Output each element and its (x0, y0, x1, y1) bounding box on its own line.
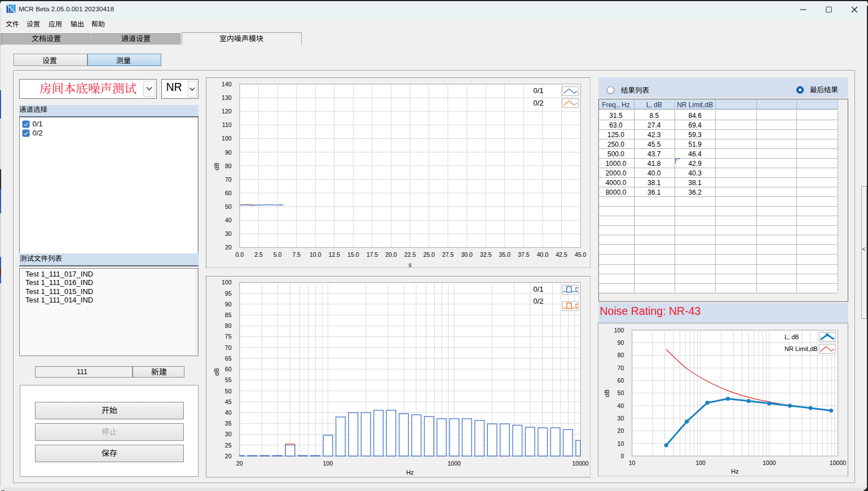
svg-text:45.0: 45.0 (574, 251, 586, 258)
svg-text:70: 70 (224, 176, 231, 183)
svg-text:25.0: 25.0 (423, 251, 435, 258)
svg-text:dB: dB (603, 389, 610, 397)
svg-text:L, dB: L, dB (785, 334, 799, 340)
svg-text:50: 50 (224, 203, 231, 210)
svg-text:20: 20 (236, 459, 243, 466)
svg-text:10000: 10000 (830, 459, 846, 466)
svg-text:40: 40 (224, 217, 231, 223)
svg-text:20: 20 (224, 452, 231, 459)
svg-text:10000: 10000 (572, 459, 588, 466)
svg-text:70: 70 (224, 344, 231, 350)
svg-text:s: s (408, 261, 412, 268)
svg-text:60: 60 (224, 190, 231, 196)
svg-text:dB: dB (213, 368, 220, 375)
svg-text:50: 50 (618, 389, 624, 396)
svg-text:25: 25 (224, 441, 231, 448)
svg-text:35: 35 (224, 420, 231, 427)
svg-text:17.5: 17.5 (366, 251, 378, 258)
svg-text:100: 100 (221, 279, 231, 286)
svg-text:30: 30 (224, 230, 231, 237)
svg-text:10.0: 10.0 (309, 251, 321, 258)
svg-text:2.5: 2.5 (254, 251, 263, 258)
svg-text:22.5: 22.5 (404, 251, 416, 258)
svg-text:NR Limit,dB: NR Limit,dB (785, 345, 818, 352)
svg-text:30.0: 30.0 (461, 251, 473, 258)
svg-text:140: 140 (222, 81, 232, 87)
svg-text:Hz: Hz (731, 468, 738, 475)
svg-text:100: 100 (323, 459, 333, 466)
svg-text:12.5: 12.5 (328, 251, 340, 258)
svg-text:65: 65 (224, 354, 231, 361)
svg-text:5.0: 5.0 (273, 251, 281, 258)
svg-text:0/1: 0/1 (533, 86, 543, 95)
svg-text:95: 95 (224, 290, 231, 296)
svg-text:55: 55 (224, 376, 231, 383)
svg-text:40: 40 (224, 409, 231, 415)
svg-text:45: 45 (224, 398, 231, 405)
svg-text:130: 130 (222, 94, 232, 101)
svg-text:50: 50 (224, 387, 231, 394)
svg-text:0/2: 0/2 (533, 99, 543, 107)
svg-text:10: 10 (629, 459, 636, 466)
svg-text:90: 90 (224, 300, 231, 307)
svg-text:120: 120 (222, 108, 232, 115)
svg-text:80: 80 (618, 352, 624, 358)
svg-text:7.5: 7.5 (292, 251, 301, 258)
svg-text:30: 30 (618, 414, 624, 421)
svg-text:15.0: 15.0 (347, 251, 359, 258)
svg-text:0/1: 0/1 (533, 284, 543, 293)
svg-text:70: 70 (618, 364, 624, 371)
svg-text:32.5: 32.5 (480, 251, 492, 258)
svg-text:37.5: 37.5 (518, 251, 530, 258)
svg-text:0.0: 0.0 (235, 251, 244, 258)
svg-text:30: 30 (224, 431, 231, 437)
svg-text:0: 0 (620, 452, 624, 459)
svg-text:1000: 1000 (763, 459, 776, 466)
svg-text:80: 80 (224, 322, 231, 329)
svg-text:60: 60 (618, 377, 624, 384)
svg-text:90: 90 (224, 149, 231, 156)
svg-text:20: 20 (618, 427, 624, 434)
svg-text:0/2: 0/2 (533, 297, 543, 305)
svg-text:100: 100 (695, 459, 706, 466)
svg-text:80: 80 (224, 163, 231, 169)
svg-text:40.0: 40.0 (536, 251, 548, 258)
svg-text:42.5: 42.5 (556, 251, 567, 258)
svg-text:10: 10 (618, 440, 624, 446)
svg-text:dB: dB (213, 163, 220, 170)
svg-text:85: 85 (224, 312, 231, 318)
svg-text:90: 90 (618, 339, 624, 346)
svg-text:100: 100 (614, 326, 624, 333)
svg-text:1000: 1000 (447, 459, 461, 466)
svg-text:100: 100 (222, 135, 232, 142)
svg-text:20: 20 (224, 244, 231, 251)
svg-text:110: 110 (222, 121, 231, 128)
svg-text:75: 75 (224, 333, 231, 340)
svg-text:60: 60 (224, 366, 231, 372)
svg-text:27.5: 27.5 (442, 251, 453, 258)
svg-text:35.0: 35.0 (499, 251, 510, 258)
svg-text:40: 40 (618, 402, 624, 409)
svg-text:20.0: 20.0 (385, 251, 397, 258)
svg-text:Hz: Hz (406, 469, 413, 476)
